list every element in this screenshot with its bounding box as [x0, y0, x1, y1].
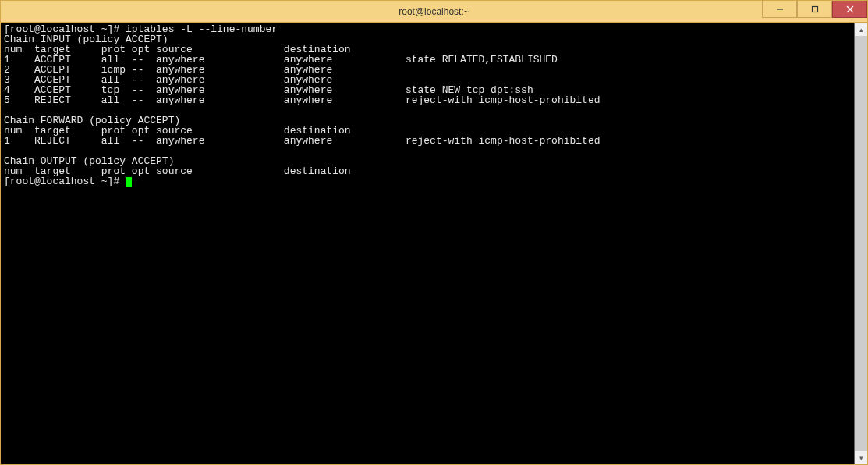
- minimize-icon: [776, 5, 784, 13]
- terminal-area: [root@localhost ~]# iptables -L --line-n…: [1, 23, 867, 464]
- maximize-button[interactable]: [797, 1, 832, 18]
- maximize-icon: [811, 5, 819, 13]
- scroll-up-icon[interactable]: ▴: [855, 23, 867, 36]
- svg-rect-1: [812, 6, 817, 12]
- scroll-down-icon[interactable]: ▾: [855, 451, 867, 464]
- window-title: root@localhost:~: [399, 6, 469, 17]
- scrollbar[interactable]: ▴ ▾: [854, 23, 867, 464]
- minimize-button[interactable]: [762, 1, 797, 18]
- scroll-track[interactable]: [855, 36, 867, 451]
- terminal-output[interactable]: [root@localhost ~]# iptables -L --line-n…: [1, 23, 854, 464]
- terminal-window: root@localhost:~ [root@localhost ~]# ipt…: [0, 0, 868, 465]
- close-icon: [846, 5, 854, 13]
- scroll-thumb[interactable]: [855, 36, 867, 451]
- window-controls: [762, 1, 867, 22]
- titlebar[interactable]: root@localhost:~: [1, 1, 867, 23]
- cursor: [126, 177, 132, 187]
- close-button[interactable]: [832, 1, 867, 18]
